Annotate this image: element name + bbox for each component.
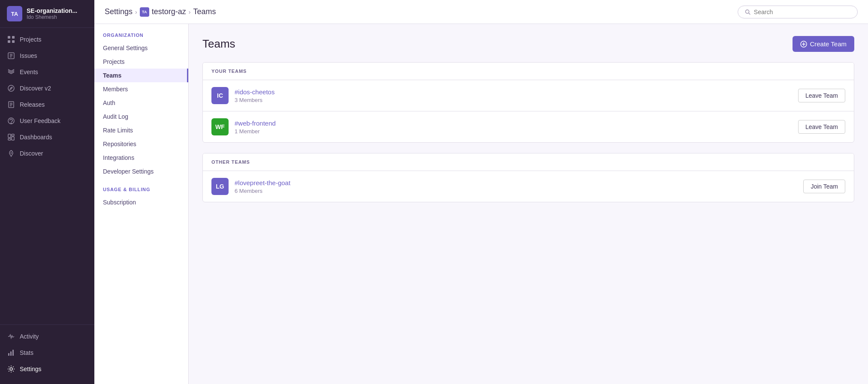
- breadcrumb-org[interactable]: testorg-az: [152, 7, 186, 16]
- other-teams-header: OTHER TEAMS: [203, 153, 854, 171]
- sidebar-item-releases[interactable]: Releases: [0, 96, 94, 113]
- sidebar-item-label: Dashboards: [20, 134, 52, 141]
- breadcrumb-org-avatar: TA: [140, 7, 149, 17]
- sidebar-item-label: User Feedback: [20, 117, 60, 124]
- settings-nav-item-general-settings[interactable]: General Settings: [94, 41, 188, 55]
- settings-nav-item-integrations[interactable]: Integrations: [94, 151, 188, 165]
- issues-icon: [7, 51, 15, 60]
- settings-nav-item-members[interactable]: Members: [94, 82, 188, 96]
- org-name: SE-organization...: [27, 7, 77, 14]
- sidebar-item-issues[interactable]: Issues: [0, 48, 94, 64]
- org-avatar: TA: [7, 6, 22, 21]
- sidebar-item-label: Projects: [20, 36, 42, 43]
- other-teams-section: OTHER TEAMS LG #lovepreet-the-goat 6 Mem…: [202, 153, 854, 202]
- sidebar-item-discover[interactable]: Discover: [0, 145, 94, 162]
- settings-nav-item-developer-settings[interactable]: Developer Settings: [94, 165, 188, 178]
- settings-nav-item-teams[interactable]: Teams: [94, 69, 188, 82]
- svg-rect-17: [8, 138, 11, 140]
- panel-header: Teams Create Team: [202, 36, 854, 52]
- team-row: LG #lovepreet-the-goat 6 Members Join Te…: [203, 171, 854, 202]
- team-members-count: 1 Member: [235, 128, 798, 135]
- content-wrapper: ORGANIZATIONGeneral SettingsProjectsTeam…: [94, 24, 868, 384]
- settings-nav-item-auth[interactable]: Auth: [94, 96, 188, 110]
- org-user: Ido Shemesh: [27, 14, 77, 20]
- sidebar-item-label: Issues: [20, 52, 37, 59]
- svg-rect-22: [12, 350, 14, 356]
- svg-point-14: [11, 123, 12, 123]
- your-teams-section: YOUR TEAMS IC #idos-cheetos 3 Members Le…: [202, 62, 854, 143]
- search-bar[interactable]: [738, 6, 858, 18]
- settings-nav-item-rate-limits[interactable]: Rate Limits: [94, 123, 188, 137]
- settings-nav-item-subscription[interactable]: Subscription: [94, 195, 188, 209]
- sidebar-item-projects[interactable]: Projects: [0, 31, 94, 48]
- breadcrumb: Settings › TA testorg-az › Teams: [105, 7, 216, 17]
- team-members-count: 6 Members: [235, 188, 803, 194]
- team-row: IC #idos-cheetos 3 Members Leave Team: [203, 80, 854, 111]
- topbar: Settings › TA testorg-az › Teams: [94, 0, 868, 24]
- team-action-button[interactable]: Join Team: [803, 180, 845, 193]
- svg-rect-21: [10, 351, 12, 356]
- svg-rect-16: [12, 134, 14, 136]
- sidebar-item-stats[interactable]: Stats: [0, 345, 94, 361]
- team-row: WF #web-frontend 1 Member Leave Team: [203, 111, 854, 142]
- svg-rect-18: [12, 137, 14, 140]
- sidebar-item-discover-v2[interactable]: Discover v2: [0, 80, 94, 96]
- breadcrumb-sep-2: ›: [189, 9, 191, 15]
- team-info: #lovepreet-the-goat 6 Members: [235, 179, 803, 194]
- settings-nav-item-projects[interactable]: Projects: [94, 55, 188, 69]
- sidebar: TA SE-organization... Ido Shemesh Projec…: [0, 0, 94, 384]
- sidebar-item-label: Events: [20, 69, 38, 75]
- discover-icon: [7, 84, 15, 93]
- sidebar-item-settings[interactable]: Settings: [0, 361, 94, 377]
- search-icon: [745, 9, 750, 15]
- svg-rect-15: [8, 134, 11, 138]
- team-action-button[interactable]: Leave Team: [798, 89, 845, 102]
- sidebar-item-user-feedback[interactable]: User Feedback: [0, 113, 94, 129]
- team-name-link[interactable]: #idos-cheetos: [235, 88, 274, 96]
- breadcrumb-settings[interactable]: Settings: [105, 7, 133, 16]
- grid-icon: [7, 35, 15, 44]
- main-wrapper: Settings › TA testorg-az › Teams ORGANIZ…: [94, 0, 868, 384]
- sidebar-bottom: Activity Stats Settings: [0, 324, 94, 384]
- team-avatar: IC: [211, 87, 229, 104]
- team-avatar: WF: [211, 118, 229, 135]
- sidebar-item-label: Stats: [20, 349, 33, 356]
- sidebar-nav: Projects Issues Events Discover v2 Relea…: [0, 28, 94, 324]
- team-name-link[interactable]: #web-frontend: [235, 120, 276, 127]
- svg-rect-1: [12, 36, 15, 39]
- svg-line-25: [749, 13, 750, 14]
- team-info: #web-frontend 1 Member: [235, 120, 798, 135]
- releases-icon: [7, 100, 15, 109]
- team-info: #idos-cheetos 3 Members: [235, 88, 798, 103]
- settings-nav-item-audit-log[interactable]: Audit Log: [94, 110, 188, 123]
- sidebar-item-label: Discover: [20, 150, 43, 157]
- team-name-link[interactable]: #lovepreet-the-goat: [235, 179, 290, 186]
- team-action-button[interactable]: Leave Team: [798, 120, 845, 134]
- settings-section-label-1: USAGE & BILLING: [94, 187, 188, 195]
- org-info: SE-organization... Ido Shemesh: [27, 7, 77, 20]
- settings-nav: ORGANIZATIONGeneral SettingsProjectsTeam…: [94, 24, 189, 384]
- sidebar-item-dashboards[interactable]: Dashboards: [0, 129, 94, 145]
- search-input[interactable]: [754, 9, 850, 15]
- breadcrumb-sep-1: ›: [135, 9, 137, 15]
- svg-point-19: [11, 153, 12, 154]
- sidebar-item-events[interactable]: Events: [0, 64, 94, 80]
- sidebar-item-label: Activity: [20, 333, 39, 340]
- feedback-icon: [7, 117, 15, 125]
- panel-title: Teams: [202, 37, 235, 51]
- sidebar-item-label: Releases: [20, 101, 45, 108]
- plus-icon: [800, 41, 807, 48]
- create-team-button[interactable]: Create Team: [793, 36, 854, 52]
- dashboards-icon: [7, 133, 15, 141]
- main-panel: Teams Create Team YOUR TEAMS IC #idos-ch…: [189, 24, 868, 384]
- org-header[interactable]: TA SE-organization... Ido Shemesh: [0, 0, 94, 28]
- sidebar-item-activity[interactable]: Activity: [0, 328, 94, 345]
- activity-icon: [7, 332, 15, 341]
- settings-nav-item-repositories[interactable]: Repositories: [94, 137, 188, 151]
- team-avatar: LG: [211, 178, 229, 195]
- sidebar-item-label: Discover v2: [20, 85, 51, 92]
- stats-icon: [7, 348, 15, 357]
- svg-point-8: [8, 85, 14, 91]
- svg-point-23: [10, 368, 12, 370]
- sidebar-item-label: Settings: [20, 366, 42, 372]
